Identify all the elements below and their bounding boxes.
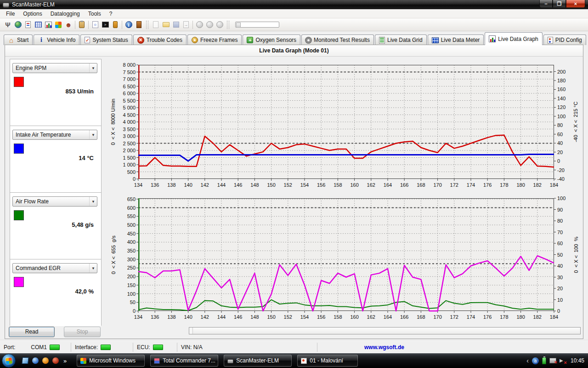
series-engine-rpm — [138, 135, 554, 167]
tab-label: Monitored Test Results — [314, 37, 370, 43]
tab-live-data-meter[interactable]: Live Data Meter — [428, 34, 484, 45]
red-ball-icon[interactable] — [52, 357, 59, 364]
open-icon — [163, 22, 170, 27]
tab-start[interactable]: Start — [4, 34, 33, 45]
play-icon — [206, 21, 213, 28]
toolbar-newfile-button[interactable] — [151, 20, 161, 30]
series-color-swatch — [14, 210, 24, 220]
battery-icon[interactable] — [542, 357, 546, 364]
home-icon — [8, 37, 15, 44]
task-buttons: Microsoft WindowsTotal Commander 7...Sca… — [77, 355, 358, 367]
stop-button[interactable]: Stop — [64, 327, 101, 337]
quick-launch — [22, 357, 59, 364]
toolbar-search-button[interactable] — [90, 20, 100, 30]
sensor-select-engine-rpm[interactable]: Engine RPM▼ — [12, 63, 97, 73]
tab-live-data-grid[interactable]: Live Data Grid — [375, 34, 427, 45]
network-disconnected-icon[interactable] — [549, 358, 556, 363]
tab-live-data-graph[interactable]: Live Data Graph — [485, 32, 542, 45]
close-button[interactable]: × — [566, 0, 585, 8]
tab-system-status[interactable]: System Status — [80, 34, 132, 45]
menu-tools[interactable]: Tools — [84, 10, 105, 18]
toolbar-exit-button[interactable] — [134, 20, 144, 30]
sensor-value: 853 U/min — [66, 88, 94, 95]
page-title: Live Data Graph (Mode 01) — [5, 45, 583, 57]
toolbar-chip-button[interactable] — [110, 20, 120, 30]
status-port: Port: COM1 — [0, 343, 71, 352]
media-player-icon[interactable] — [32, 357, 39, 364]
tick-label: 152 — [279, 182, 297, 188]
tab-trouble-codes[interactable]: Trouble Codes — [133, 34, 187, 45]
tab-monitored-test-results[interactable]: Monitored Test Results — [301, 34, 374, 45]
toolbar-clipboard-button[interactable] — [77, 20, 87, 30]
tick-label: 164 — [379, 314, 397, 320]
tab-vehicle-info[interactable]: Vehicle Info — [34, 34, 79, 45]
tray-expand-chevron[interactable]: ‹ — [526, 357, 529, 364]
tab-pid-config[interactable]: PID Config — [543, 34, 586, 45]
clipboard-icon — [79, 21, 85, 28]
tick-label: 156 — [312, 314, 330, 320]
taskbar-button-total-commander-7[interactable]: Total Commander 7... — [150, 355, 218, 367]
tick-label: 168 — [412, 182, 430, 188]
sensor-select-air-flow-rate[interactable]: Air Flow Rate▼ — [12, 196, 97, 207]
volume-muted-icon[interactable] — [560, 357, 566, 364]
minimize-button[interactable]: – — [539, 0, 553, 8]
sensor-block-air-flow-rate: Air Flow Rate▼5,48 g/s — [10, 193, 101, 259]
main-panel: Live Data Graph (Mode 01) Engine RPM▼853… — [5, 45, 583, 339]
tab-oxygen-sensors[interactable]: Oxygen Sensors — [243, 34, 300, 45]
toolbar-globe-button[interactable] — [13, 20, 23, 30]
start-button[interactable] — [2, 354, 16, 368]
sensor-icon — [247, 37, 253, 43]
show-desktop-icon[interactable] — [22, 357, 28, 364]
toolbar-play-button[interactable] — [204, 20, 215, 30]
menu-datalogging[interactable]: Datalogging — [46, 10, 84, 18]
status-ecu: ECU: — [133, 343, 177, 352]
quick-launch-more-chevron[interactable]: » — [63, 357, 67, 364]
toolbar-export-button[interactable] — [181, 20, 191, 30]
taskbar-button-scanmaster-elm[interactable]: ScanMaster-ELM — [224, 355, 292, 367]
menu-[interactable]: ? — [105, 10, 117, 18]
toolbar-play-button[interactable] — [215, 20, 225, 30]
plot-area — [138, 198, 554, 311]
chip-icon — [113, 21, 118, 28]
clock: 10:45 — [571, 357, 584, 364]
toolbar-open-button[interactable] — [161, 20, 171, 30]
toolbar-separator — [75, 21, 75, 29]
taskbar-button-01-malov-n[interactable]: 01 - Malování — [297, 355, 358, 367]
sensor-select-intake-air-temperature[interactable]: Intake Air Temperature▼ — [12, 130, 97, 140]
graph-scrollbar[interactable] — [189, 327, 581, 334]
left-axis-label: 0 < X < 8000 U/min — [110, 65, 117, 179]
orange-ball-icon[interactable] — [42, 357, 49, 364]
tick-label: 166 — [395, 314, 413, 320]
tick-label: 176 — [478, 314, 497, 320]
toolbar-save-button[interactable] — [171, 20, 181, 30]
toolbar-slider[interactable] — [235, 22, 279, 28]
tray-app-icon[interactable]: a — [532, 357, 539, 364]
chevron-down-icon: ▼ — [89, 264, 97, 273]
grid-icon — [35, 22, 42, 28]
toolbar-connect-button[interactable] — [3, 20, 13, 30]
toolbar-grid-button[interactable] — [33, 20, 43, 30]
toolbar-report-button[interactable] — [23, 20, 33, 30]
error-icon — [137, 37, 144, 44]
restore-button[interactable]: ❐ — [553, 0, 566, 8]
vin-value: VIN: N/A — [181, 344, 203, 351]
tab-label: Trouble Codes — [147, 37, 182, 43]
toolbar-chart-button[interactable] — [43, 20, 53, 30]
wgsoft-link[interactable]: www.wgsoft.de — [364, 344, 404, 351]
tab-freeze-frames[interactable]: Freeze Frames — [187, 34, 242, 45]
sensor-select-commanded-egr[interactable]: Commanded EGR▼ — [12, 263, 97, 273]
toolbar-windows-button[interactable] — [53, 20, 63, 30]
tick-label: 170 — [429, 182, 447, 188]
menu-file[interactable]: File — [2, 10, 19, 18]
toolbar-user-button[interactable] — [63, 20, 74, 30]
port-value: COM1 — [31, 344, 47, 351]
tick-label: 184 — [545, 182, 563, 188]
taskbar-button-microsoft-windows[interactable]: Microsoft Windows — [77, 355, 145, 367]
toolbar-play-button[interactable] — [194, 20, 204, 30]
title-bar: ScanMaster-ELM – ❐ × — [0, 0, 588, 9]
menu-options[interactable]: Options — [19, 10, 46, 18]
read-button[interactable]: Read — [9, 327, 55, 337]
toolbar-terminal-button[interactable] — [100, 20, 110, 30]
toolbar-info-button[interactable] — [124, 20, 134, 30]
tick-label: 134 — [129, 182, 147, 188]
